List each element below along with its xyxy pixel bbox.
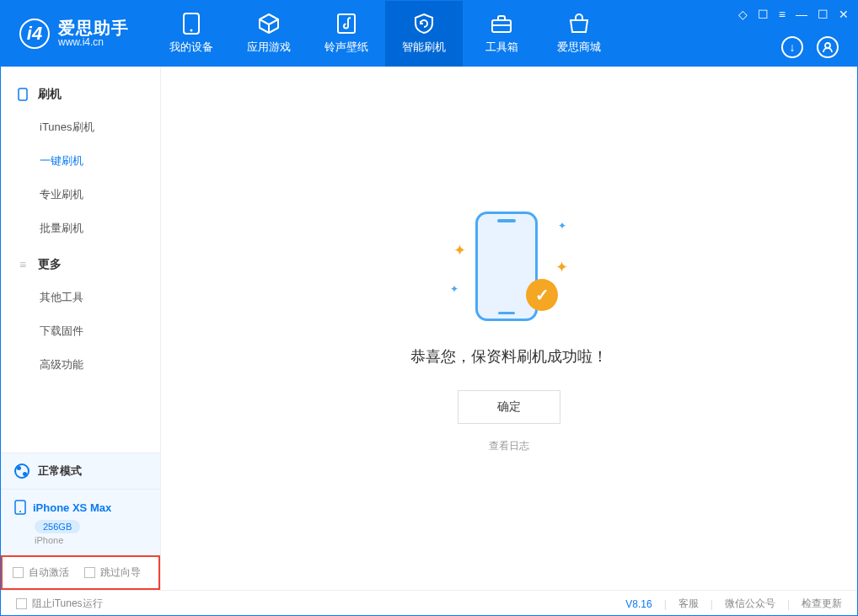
view-log-link[interactable]: 查看日志 (489, 439, 529, 453)
sparkle-icon: ✦ (555, 258, 568, 276)
nav-ringtones[interactable]: 铃声壁纸 (308, 1, 385, 67)
app-logo: i4 爱思助手 www.i4.cn (1, 19, 153, 49)
store-icon (568, 13, 590, 35)
checkbox-skip-guide[interactable]: 跳过向导 (84, 565, 141, 580)
check-badge-icon: ✓ (526, 279, 558, 311)
sidebar-item-oneclick-flash[interactable]: 一键刷机 (1, 144, 160, 178)
ok-button[interactable]: 确定 (458, 390, 560, 424)
sidebar: 刷机 iTunes刷机 一键刷机 专业刷机 批量刷机 ≡ 更多 其他工具 下载固… (1, 67, 161, 590)
phone-small-icon (16, 88, 29, 101)
nav-toolbox[interactable]: 工具箱 (463, 1, 540, 67)
nav-label: 铃声壁纸 (324, 40, 368, 55)
list-icon: ≡ (16, 258, 29, 271)
sidebar-category-flash: 刷机 (1, 75, 160, 110)
device-type: iPhone (35, 535, 147, 545)
top-nav: 我的设备 应用游戏 铃声壁纸 智能刷机 工具箱 爱思商城 (153, 1, 618, 67)
app-title: 爱思助手 (58, 19, 129, 37)
svg-rect-2 (338, 14, 355, 33)
nav-label: 工具箱 (485, 40, 518, 55)
sidebar-cat-label: 更多 (38, 257, 62, 272)
maximize-button[interactable]: ☐ (818, 8, 829, 21)
device-mode-box[interactable]: 正常模式 (1, 453, 160, 489)
checkbox-icon (16, 598, 27, 609)
app-header: i4 爱思助手 www.i4.cn 我的设备 应用游戏 铃声壁纸 智能刷机 工具… (1, 1, 857, 67)
checkbox-label: 阻止iTunes运行 (32, 597, 103, 611)
app-subtitle: www.i4.cn (58, 37, 129, 48)
nav-store[interactable]: 爱思商城 (540, 1, 618, 67)
refresh-shield-icon (413, 13, 435, 35)
sparkle-icon: ✦ (450, 283, 458, 295)
tshirt-icon[interactable]: ◇ (738, 8, 748, 21)
phone-icon (14, 500, 26, 515)
menu-icon[interactable]: ≡ (779, 8, 786, 21)
success-illustration: ✦ ✦ ✦ ✦ ✓ (450, 203, 568, 329)
sidebar-cat-label: 刷机 (38, 87, 62, 102)
checkbox-auto-activate[interactable]: 自动激活 (13, 565, 69, 580)
device-info-box[interactable]: iPhone XS Max 256GB iPhone (1, 489, 160, 555)
nav-label: 爱思商城 (557, 40, 601, 55)
nav-label: 应用游戏 (247, 40, 291, 55)
checkbox-block-itunes[interactable]: 阻止iTunes运行 (16, 597, 103, 611)
minimize-button[interactable]: — (796, 8, 807, 21)
device-capacity: 256GB (35, 520, 80, 533)
wechat-link[interactable]: 微信公众号 (725, 597, 775, 611)
device-name: iPhone XS Max (33, 501, 111, 514)
cube-icon (258, 13, 280, 35)
sidebar-item-itunes-flash[interactable]: iTunes刷机 (1, 110, 160, 144)
device-icon (180, 13, 202, 35)
nav-label: 我的设备 (169, 40, 213, 55)
check-update-link[interactable]: 检查更新 (802, 597, 842, 611)
logo-icon: i4 (19, 19, 50, 49)
status-bar: 阻止iTunes运行 V8.16 | 客服 | 微信公众号 | 检查更新 (1, 590, 857, 616)
svg-rect-5 (19, 88, 27, 100)
support-link[interactable]: 客服 (678, 597, 699, 611)
checkbox-label: 跳过向导 (100, 565, 141, 580)
checkbox-label: 自动激活 (29, 565, 69, 580)
download-icon[interactable]: ↓ (781, 36, 803, 58)
user-icon[interactable] (817, 36, 839, 58)
music-icon (335, 13, 357, 35)
main-content: ✦ ✦ ✦ ✦ ✓ 恭喜您，保资料刷机成功啦！ 确定 查看日志 (161, 67, 857, 590)
flash-options-box: 自动激活 跳过向导 (1, 555, 160, 590)
checkbox-icon (84, 567, 95, 578)
window-controls: ◇ ☐ ≡ — ☐ ✕ (738, 8, 849, 21)
sparkle-icon: ✦ (558, 220, 566, 232)
sidebar-category-more: ≡ 更多 (1, 245, 160, 281)
header-action-icons: ↓ (781, 36, 839, 58)
nav-label: 智能刷机 (402, 40, 446, 55)
sidebar-item-batch-flash[interactable]: 批量刷机 (1, 212, 160, 245)
mode-icon (14, 463, 29, 479)
sidebar-item-pro-flash[interactable]: 专业刷机 (1, 178, 160, 212)
nav-my-device[interactable]: 我的设备 (153, 1, 230, 67)
sparkle-icon: ✦ (453, 241, 466, 260)
mode-label: 正常模式 (38, 463, 82, 479)
toolbox-icon (491, 13, 512, 35)
svg-point-1 (190, 29, 193, 32)
sidebar-item-other-tools[interactable]: 其他工具 (1, 281, 160, 314)
svg-point-7 (19, 511, 21, 512)
sidebar-item-download-firmware[interactable]: 下载固件 (1, 314, 160, 348)
feedback-icon[interactable]: ☐ (758, 8, 769, 21)
sidebar-item-advanced[interactable]: 高级功能 (1, 348, 160, 382)
close-button[interactable]: ✕ (839, 8, 849, 21)
nav-apps[interactable]: 应用游戏 (230, 1, 308, 67)
success-message: 恭喜您，保资料刷机成功啦！ (410, 346, 608, 367)
version-label: V8.16 (625, 598, 652, 610)
checkbox-icon (13, 567, 24, 578)
nav-flash[interactable]: 智能刷机 (385, 1, 463, 67)
svg-point-4 (825, 43, 830, 48)
